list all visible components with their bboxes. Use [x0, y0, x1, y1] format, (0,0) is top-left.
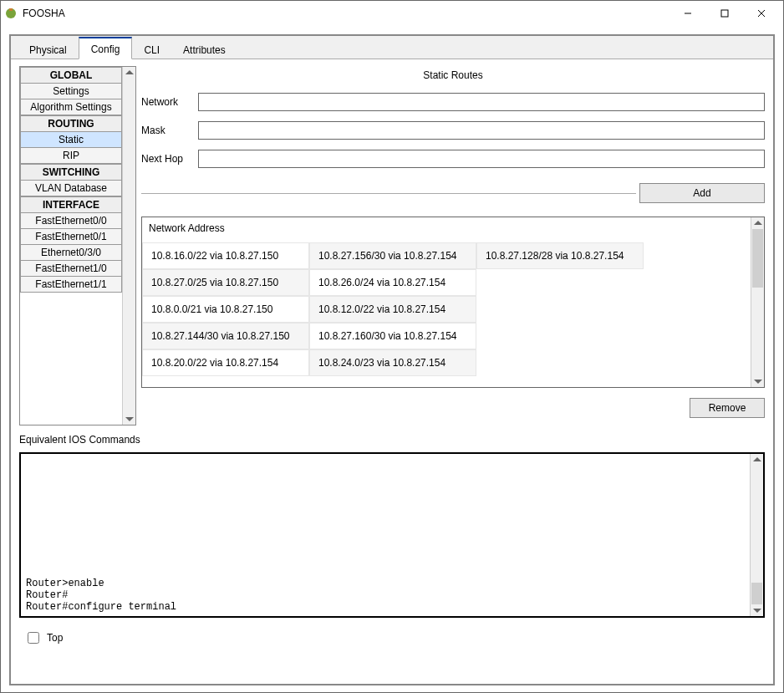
sidebar-item-fastethernet1-0[interactable]: FastEthernet1/0 [20, 261, 122, 277]
sidebar-section-interface: INTERFACE [20, 196, 122, 213]
nexthop-input[interactable] [198, 150, 765, 168]
divider [141, 193, 636, 194]
content-frame: PhysicalConfigCLIAttributes GLOBALSettin… [9, 34, 775, 685]
route-entry[interactable]: 10.8.12.0/22 via 10.8.27.154 [309, 296, 476, 323]
route-entry[interactable]: 10.8.26.0/24 via 10.8.27.154 [309, 269, 476, 296]
svg-rect-1 [9, 8, 13, 11]
app-icon [4, 7, 18, 20]
route-entry[interactable]: 10.8.24.0/23 via 10.8.27.154 [309, 349, 476, 376]
footer: Top [19, 623, 765, 650]
titlebar: FOOSHA [1, 1, 783, 26]
sidebar-item-algorithm-settings[interactable]: Algorithm Settings [20, 99, 122, 115]
sidebar-scrollbar[interactable] [122, 67, 135, 425]
tab-config[interactable]: Config [79, 37, 133, 59]
add-button[interactable]: Add [639, 183, 765, 203]
ios-scrollbar[interactable] [750, 454, 763, 616]
tab-attributes[interactable]: Attributes [171, 39, 237, 59]
sidebar-item-rip[interactable]: RIP [20, 148, 122, 164]
remove-button[interactable]: Remove [690, 398, 765, 418]
panel-title: Static Routes [141, 66, 765, 88]
mask-input[interactable] [198, 121, 765, 140]
network-label: Network [141, 96, 191, 108]
sidebar-item-fastethernet0-0[interactable]: FastEthernet0/0 [20, 213, 122, 229]
route-entry[interactable]: 10.8.0.0/21 via 10.8.27.150 [142, 296, 309, 323]
route-entry[interactable]: 10.8.27.128/28 via 10.8.27.154 [476, 242, 644, 269]
svg-rect-3 [721, 10, 728, 17]
sidebar-item-fastethernet0-1[interactable]: FastEthernet0/1 [20, 229, 122, 245]
sidebar-section-global: GLOBAL [20, 67, 122, 84]
route-entry[interactable]: 10.8.27.156/30 via 10.8.27.154 [309, 242, 476, 269]
minimize-button[interactable] [669, 1, 706, 26]
tab-cli[interactable]: CLI [132, 39, 171, 59]
route-entry[interactable]: 10.8.20.0/22 via 10.8.27.154 [142, 349, 309, 376]
sidebar-item-static[interactable]: Static [20, 132, 122, 148]
tab-physical[interactable]: Physical [18, 39, 79, 59]
sidebar-item-vlan-database[interactable]: VLAN Database [20, 181, 122, 196]
route-entry[interactable]: 10.8.27.0/25 via 10.8.27.150 [142, 269, 309, 296]
route-entry[interactable]: 10.8.16.0/22 via 10.8.27.150 [142, 242, 309, 269]
ios-commands-box: Router>enable Router# Router#configure t… [19, 452, 765, 618]
network-input[interactable] [198, 93, 765, 111]
sidebar: GLOBALSettingsAlgorithm SettingsROUTINGS… [19, 66, 136, 425]
routes-list: Network Address 10.8.16.0/22 via 10.8.27… [141, 217, 765, 388]
sidebar-section-routing: ROUTING [20, 115, 122, 132]
tab-bar: PhysicalConfigCLIAttributes [11, 36, 773, 59]
app-window: FOOSHA PhysicalConfigCLIAttributes GLOBA… [0, 0, 784, 693]
sidebar-item-settings[interactable]: Settings [20, 84, 122, 99]
sidebar-item-ethernet0-3-0[interactable]: Ethernet0/3/0 [20, 245, 122, 261]
maximize-button[interactable] [706, 1, 743, 26]
close-button[interactable] [743, 1, 780, 26]
ios-label: Equivalent IOS Commands [19, 434, 765, 446]
sidebar-section-switching: SWITCHING [20, 164, 122, 181]
top-label: Top [47, 632, 63, 644]
route-entry[interactable]: 10.8.27.160/30 via 10.8.27.154 [309, 323, 476, 349]
nexthop-label: Next Hop [141, 153, 191, 165]
routes-scrollbar[interactable] [751, 217, 764, 387]
top-checkbox[interactable] [28, 632, 39, 644]
sidebar-item-fastethernet1-1[interactable]: FastEthernet1/1 [20, 277, 122, 293]
window-title: FOOSHA [23, 8, 669, 19]
ios-output[interactable]: Router>enable Router# Router#configure t… [21, 454, 750, 616]
route-entry[interactable]: 10.8.27.144/30 via 10.8.27.150 [142, 323, 309, 349]
mask-label: Mask [141, 125, 191, 136]
config-panel: Static Routes Network Mask Next Hop [141, 66, 765, 425]
routes-header: Network Address [142, 217, 751, 242]
